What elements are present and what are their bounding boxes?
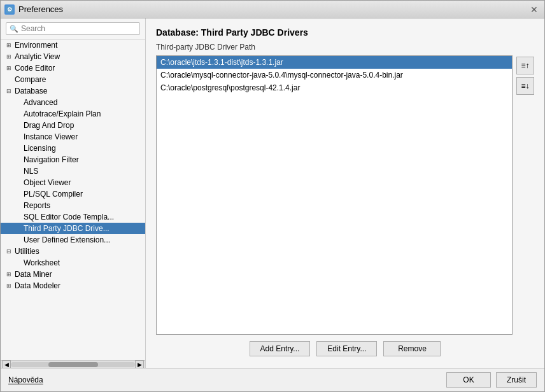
tree-label-user-defined: User Defined Extension... (24, 235, 110, 244)
expand-icon-navigation-filter (13, 155, 22, 164)
expand-icon-drag-drop (13, 121, 22, 130)
tree-item-advanced[interactable]: Advanced (1, 97, 145, 108)
preferences-dialog: ⚙ Preferences ✕ 🔍 ⊞ Environment (0, 0, 545, 392)
scroll-left-btn[interactable]: ◀ (2, 360, 11, 368)
expand-icon-analytic-view: ⊞ (4, 52, 13, 61)
edit-entry-button[interactable]: Edit Entry... (316, 341, 377, 356)
tree-label-licensing: Licensing (24, 144, 56, 153)
expand-icon-utilities: ⊟ (4, 247, 13, 256)
tree-item-nls[interactable]: NLS (1, 165, 145, 177)
ok-button[interactable]: OK (446, 372, 491, 388)
move-up-button[interactable]: ≡↑ (516, 57, 534, 74)
expand-icon-autotrace (13, 109, 22, 118)
title-bar-left: ⚙ Preferences (4, 4, 63, 15)
tree-label-data-modeler: Data Modeler (15, 281, 60, 290)
expand-icon-plsql-compiler (13, 190, 22, 199)
tree-label-utilities: Utilities (15, 247, 39, 256)
footer-left: Nápověda (8, 375, 43, 384)
scroll-right-btn[interactable]: ▶ (135, 360, 144, 368)
horizontal-scrollbar[interactable]: ◀ ▶ (1, 360, 145, 368)
expand-icon-compare (4, 75, 13, 84)
tree-label-code-editor: Code Editor (15, 64, 55, 73)
expand-icon-object-viewer (13, 178, 22, 187)
tree-item-data-modeler[interactable]: ⊞ Data Modeler (1, 280, 145, 291)
expand-icon-reports (13, 201, 22, 210)
title-bar: ⚙ Preferences ✕ (1, 1, 544, 18)
expand-icon-sql-editor (13, 213, 22, 221)
tree-item-autotrace[interactable]: Autotrace/Explain Plan (1, 108, 145, 120)
tree-item-utilities[interactable]: ⊟ Utilities (1, 246, 145, 257)
tree-item-worksheet[interactable]: Worksheet (1, 257, 145, 269)
tree-item-drag-drop[interactable]: Drag And Drop (1, 120, 145, 131)
tree-label-data-miner: Data Miner (15, 270, 52, 279)
expand-icon-database: ⊟ (4, 87, 13, 95)
tree-label-navigation-filter: Navigation Filter (24, 155, 79, 164)
expand-icon-user-defined (13, 235, 22, 244)
expand-icon-third-party-jdbc (13, 224, 22, 233)
tree-label-autotrace: Autotrace/Explain Plan (24, 109, 101, 118)
footer-right: OK Zrušit (446, 372, 537, 388)
list-controls: ≡↑ ≡↓ (516, 55, 534, 335)
tree-item-licensing[interactable]: Licensing (1, 143, 145, 154)
panel-subtitle: Third-party JDBC Driver Path (156, 43, 534, 52)
tree-item-environment[interactable]: ⊞ Environment (1, 39, 145, 51)
tree-label-drag-drop: Drag And Drop (24, 121, 74, 130)
tree-item-database[interactable]: ⊟ Database (1, 85, 145, 97)
help-button[interactable]: Nápověda (8, 375, 43, 384)
tree-label-analytic-view: Analytic View (15, 52, 60, 61)
left-panel: 🔍 ⊞ Environment ⊞ Analytic View ⊞ (1, 18, 146, 368)
cancel-button[interactable]: Zrušit (496, 372, 537, 388)
tree-item-analytic-view[interactable]: ⊞ Analytic View (1, 51, 145, 62)
tree-item-code-editor[interactable]: ⊞ Code Editor (1, 62, 145, 74)
svg-text:⚙: ⚙ (7, 6, 12, 13)
jdbc-list[interactable]: C:\oracle\jtds-1.3.1-dist\jtds-1.3.1.jar… (156, 55, 513, 335)
search-box: 🔍 (1, 18, 145, 39)
tree-item-sql-editor[interactable]: SQL Editor Code Templa... (1, 211, 145, 223)
expand-icon-code-editor: ⊞ (4, 64, 13, 73)
tree-item-object-viewer[interactable]: Object Viewer (1, 177, 145, 188)
dialog-icon: ⚙ (4, 4, 15, 15)
move-down-button[interactable]: ≡↓ (516, 77, 534, 95)
remove-button[interactable]: Remove (383, 341, 441, 356)
tree-item-navigation-filter[interactable]: Navigation Filter (1, 154, 145, 165)
move-up-icon: ≡↑ (521, 61, 529, 70)
tree-label-compare: Compare (15, 75, 46, 84)
expand-icon-worksheet (13, 258, 22, 267)
jdbc-entry-0[interactable]: C:\oracle\jtds-1.3.1-dist\jtds-1.3.1.jar (157, 56, 512, 69)
tree-item-reports[interactable]: Reports (1, 200, 145, 211)
panel-title: Database: Third Party JDBC Drivers (156, 27, 534, 38)
expand-icon-advanced (13, 98, 22, 107)
expand-icon-licensing (13, 144, 22, 153)
tree-item-instance-viewer[interactable]: Instance Viewer (1, 131, 145, 143)
footer: Nápověda OK Zrušit (1, 368, 544, 391)
tree-label-third-party-jdbc: Third Party JDBC Drive... (24, 224, 110, 233)
expand-icon-environment: ⊞ (4, 41, 13, 50)
tree-label-reports: Reports (24, 201, 50, 210)
tree-label-advanced: Advanced (24, 98, 57, 107)
tree-label-sql-editor: SQL Editor Code Templa... (24, 213, 114, 221)
expand-icon-data-miner: ⊞ (4, 270, 13, 279)
tree-item-data-miner[interactable]: ⊞ Data Miner (1, 269, 145, 280)
tree-container: ⊞ Environment ⊞ Analytic View ⊞ Code Edi… (1, 39, 145, 360)
search-icon: 🔍 (10, 25, 18, 33)
search-input-wrap: 🔍 (6, 22, 140, 35)
tree-item-compare[interactable]: Compare (1, 74, 145, 85)
tree-label-plsql-compiler: PL/SQL Compiler (24, 190, 83, 199)
tree-item-user-defined[interactable]: User Defined Extension... (1, 234, 145, 246)
expand-icon-nls (13, 167, 22, 176)
expand-icon-data-modeler: ⊞ (4, 281, 13, 290)
close-button[interactable]: ✕ (528, 3, 541, 16)
content-area: 🔍 ⊞ Environment ⊞ Analytic View ⊞ (1, 18, 544, 368)
jdbc-entry-1[interactable]: C:\oracle\mysql-connector-java-5.0.4\mys… (157, 69, 512, 81)
tree-label-worksheet: Worksheet (24, 258, 60, 267)
move-down-icon: ≡↓ (521, 81, 529, 90)
tree-item-plsql-compiler[interactable]: PL/SQL Compiler (1, 188, 145, 200)
tree-label-object-viewer: Object Viewer (24, 178, 71, 187)
scrollbar-thumb (48, 362, 98, 367)
add-entry-button[interactable]: Add Entry... (250, 341, 311, 356)
tree-label-nls: NLS (24, 167, 38, 176)
tree-label-database: Database (15, 87, 47, 95)
search-input[interactable] (21, 24, 136, 33)
tree-item-third-party-jdbc[interactable]: Third Party JDBC Drive... (1, 223, 145, 234)
jdbc-entry-2[interactable]: C:\oracle\postgresql\postgresql-42.1.4.j… (157, 81, 512, 94)
